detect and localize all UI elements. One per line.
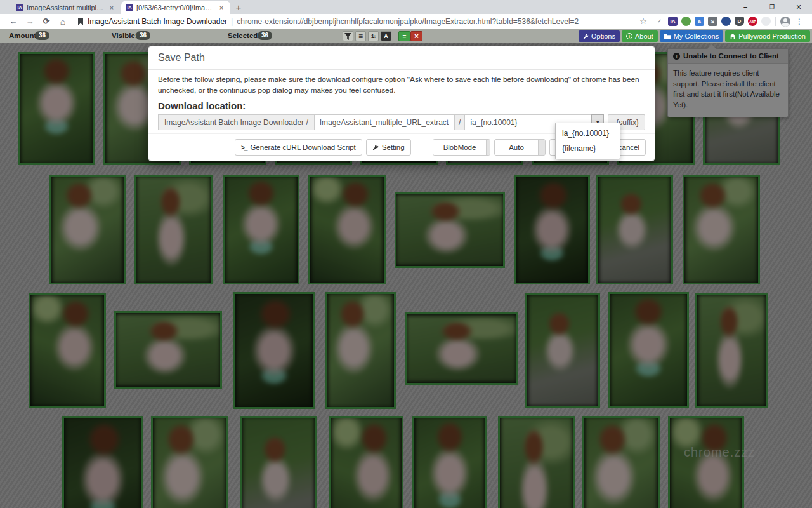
shield-extension-icon[interactable]: D — [735, 17, 744, 26]
toolbar-divider — [775, 17, 776, 26]
tab-2-active[interactable]: IA [0/63/63-retry:0/0]/ImageAssi — [121, 1, 230, 14]
terminal-icon — [241, 144, 247, 151]
about-button[interactable]: About — [622, 30, 658, 42]
visible-label: Visible: — [112, 32, 138, 39]
url-separator: | — [231, 17, 233, 26]
options-button[interactable]: Options — [579, 30, 620, 42]
reload-icon[interactable] — [39, 17, 53, 26]
blobmode-label: BlobMode — [433, 140, 487, 155]
abp-extension-icon[interactable]: ABP — [748, 17, 757, 26]
browser-menu-icon[interactable] — [793, 17, 806, 26]
generate-curl-label: Generate cURL Download Script — [250, 144, 355, 151]
bookmark-star-icon[interactable] — [639, 17, 647, 26]
tab-2-label: [0/63/63-retry:0/0]/ImageAssi — [136, 4, 214, 11]
check-icon[interactable]: ✓ — [655, 17, 664, 26]
dropdown-option[interactable]: {filename} — [556, 141, 620, 156]
tab-close-icon[interactable] — [217, 3, 226, 12]
translate-extension-icon[interactable]: a — [695, 17, 704, 26]
image-assistant-icon[interactable]: IA — [668, 17, 678, 26]
generate-curl-button[interactable]: Generate cURL Download Script — [235, 139, 362, 156]
tab-strip: IA ImageAssistant multiple URL e IA [0/6… — [0, 0, 812, 14]
selected-badge: 36 — [258, 31, 272, 40]
dialog-title: Save Path — [148, 46, 655, 70]
grey-extension-icon[interactable] — [761, 17, 771, 26]
tab-1[interactable]: IA ImageAssistant multiple URL e — [11, 1, 121, 14]
my-collections-label: My Collections — [674, 32, 719, 40]
list-icon[interactable] — [355, 31, 366, 41]
filter-icon[interactable] — [343, 31, 353, 41]
options-label: Options — [591, 32, 615, 40]
window-controls — [732, 0, 812, 14]
amount-badge: 36 — [35, 31, 49, 40]
pullywood-production-button[interactable]: Pullywood Production — [725, 30, 810, 42]
setting-button[interactable]: Setting — [366, 139, 411, 156]
sort-icon[interactable] — [368, 31, 379, 41]
auto-toggle[interactable]: Auto OFF — [494, 139, 545, 156]
home-icon[interactable] — [56, 17, 70, 27]
ia-toolbar-right: Options About My Collections Pullywood P… — [579, 30, 810, 42]
image-grid-area: chrome.zzz Unable to Connect to Client T… — [0, 43, 812, 508]
folder-name-input[interactable] — [314, 114, 455, 130]
selected-label: Selected: — [228, 32, 260, 39]
blobmode-toggle[interactable]: BlobMode OFF — [433, 139, 491, 156]
auto-label: Auto — [495, 140, 538, 155]
ia-favicon: IA — [16, 4, 23, 11]
cancel-label: cancel — [619, 144, 639, 151]
extension-pin-icon — [77, 18, 84, 25]
close-window-button[interactable] — [785, 0, 812, 14]
close-red-button[interactable] — [410, 31, 422, 41]
new-tab-button[interactable] — [230, 1, 247, 14]
blue-extension-icon[interactable] — [721, 17, 731, 26]
ia-favicon: IA — [126, 4, 133, 11]
blobmode-state: OFF — [486, 140, 490, 155]
extension-name-text: ImageAssistant Batch Image Downloader — [88, 17, 227, 26]
profile-avatar-icon[interactable] — [780, 17, 790, 27]
restore-button[interactable] — [759, 0, 785, 14]
filename-pattern-dropdown: ia_{no.10001}{filename} — [555, 123, 620, 159]
forward-icon[interactable] — [23, 17, 37, 26]
browser-window: IA ImageAssistant multiple URL e IA [0/6… — [0, 0, 812, 508]
dropdown-option[interactable]: ia_{no.10001} — [556, 126, 620, 141]
path-root-addon: ImageAssistant Batch Image Downloader / — [158, 114, 315, 130]
setting-label: Setting — [382, 144, 405, 151]
extension-icons: ✓IAaSDABP — [655, 17, 771, 26]
address-bar[interactable]: ImageAssistant Batch Image Downloader | … — [72, 15, 652, 28]
minimize-button[interactable] — [732, 0, 759, 14]
tab-1-label: ImageAssistant multiple URL e — [27, 4, 104, 11]
tab-close-icon[interactable] — [107, 3, 116, 12]
dialog-body: Before the follow steping, please make s… — [148, 70, 655, 130]
browser-navbar: ImageAssistant Batch Image Downloader | … — [0, 14, 812, 29]
pullywood-production-label: Pullywood Production — [738, 32, 806, 40]
letter-a-icon[interactable] — [381, 31, 391, 41]
ia-toolbar: Amount: 36 Visible: 36 Selected: 36 Opti… — [0, 29, 812, 43]
dialog-note: Before the follow steping, please make s… — [158, 74, 645, 96]
s-extension-icon[interactable]: S — [708, 17, 717, 26]
back-icon[interactable] — [6, 17, 20, 26]
visible-badge: 36 — [136, 31, 150, 40]
info-icon — [626, 33, 632, 39]
download-location-label: Download location: — [158, 100, 645, 111]
about-label: About — [635, 32, 653, 40]
equals-green-button[interactable] — [398, 31, 410, 41]
auto-state: OFF — [538, 140, 546, 155]
path-separator: / — [454, 114, 466, 130]
green-extension-icon[interactable] — [681, 17, 691, 26]
url-text: chrome-extension://dbjbempljhcmhlfpfacal… — [237, 17, 636, 26]
my-collections-button[interactable]: My Collections — [660, 30, 724, 42]
